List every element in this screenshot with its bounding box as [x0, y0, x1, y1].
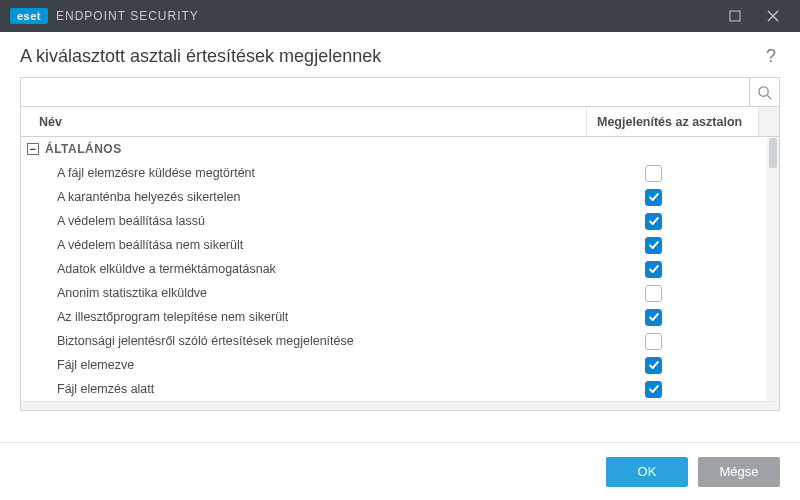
page-title: A kiválasztott asztali értesítések megje… — [20, 46, 762, 67]
scroll-thumb[interactable] — [769, 138, 777, 168]
table-row[interactable]: A fájl elemzésre küldése megtörtént — [21, 161, 779, 185]
ok-button[interactable]: OK — [606, 457, 688, 487]
desktop-checkbox[interactable] — [645, 309, 662, 326]
brand-text: ENDPOINT SECURITY — [56, 9, 199, 23]
svg-point-3 — [759, 86, 768, 95]
desktop-checkbox[interactable] — [645, 333, 662, 350]
minimize-icon — [729, 10, 741, 22]
dialog-header: A kiválasztott asztali értesítések megje… — [0, 32, 800, 77]
column-desktop[interactable]: Megjelenítés az asztalon — [587, 107, 759, 136]
search-bar — [20, 77, 780, 107]
minimize-button[interactable] — [716, 0, 754, 32]
row-label: A védelem beállítása nem sikerült — [21, 238, 595, 252]
table-row[interactable]: A védelem beállítása lassú — [21, 209, 779, 233]
close-button[interactable] — [754, 0, 792, 32]
row-label: Fájl elemezve — [21, 358, 595, 372]
column-name[interactable]: Név — [21, 107, 587, 136]
table-row[interactable]: A karanténba helyezés sikertelen — [21, 185, 779, 209]
close-icon — [767, 10, 779, 22]
desktop-checkbox[interactable] — [645, 189, 662, 206]
table-row[interactable]: Anonim statisztika elküldve — [21, 281, 779, 305]
desktop-checkbox[interactable] — [645, 357, 662, 374]
titlebar: eset ENDPOINT SECURITY — [0, 0, 800, 32]
row-label: Anonim statisztika elküldve — [21, 286, 595, 300]
group-label: ÁLTALÁNOS — [45, 142, 122, 156]
row-label: Az illesztőprogram telepítése nem sikerü… — [21, 310, 595, 324]
row-label: Adatok elküldve a terméktámogatásnak — [21, 262, 595, 276]
help-button[interactable]: ? — [762, 46, 780, 67]
dialog-footer: OK Mégse — [0, 442, 800, 500]
brand-badge: eset — [10, 8, 48, 24]
search-button[interactable] — [749, 78, 779, 106]
desktop-checkbox[interactable] — [645, 165, 662, 182]
scrollbar-head — [759, 107, 779, 136]
desktop-checkbox[interactable] — [645, 237, 662, 254]
table-row[interactable]: Fájl elemzés alatt — [21, 377, 779, 401]
table-row[interactable]: Az illesztőprogram telepítése nem sikerü… — [21, 305, 779, 329]
table-body: −ÁLTALÁNOSA fájl elemzésre küldése megtö… — [21, 137, 779, 401]
table-row[interactable]: Fájl elemezve — [21, 353, 779, 377]
row-label: A fájl elemzésre küldése megtörtént — [21, 166, 595, 180]
horizontal-scrollbar[interactable] — [20, 401, 780, 411]
collapse-icon[interactable]: − — [27, 143, 39, 155]
desktop-checkbox[interactable] — [645, 381, 662, 398]
svg-rect-0 — [730, 11, 740, 21]
notifications-table: Név Megjelenítés az asztalon −ÁLTALÁNOSA… — [20, 107, 780, 401]
desktop-checkbox[interactable] — [645, 213, 662, 230]
vertical-scrollbar[interactable] — [767, 137, 779, 401]
row-label: A karanténba helyezés sikertelen — [21, 190, 595, 204]
search-icon — [757, 85, 772, 100]
desktop-checkbox[interactable] — [645, 261, 662, 278]
svg-line-4 — [767, 95, 771, 99]
desktop-checkbox[interactable] — [645, 285, 662, 302]
table-row[interactable]: A védelem beállítása nem sikerült — [21, 233, 779, 257]
search-input[interactable] — [21, 78, 749, 106]
row-label: A védelem beállítása lassú — [21, 214, 595, 228]
table-row[interactable]: Adatok elküldve a terméktámogatásnak — [21, 257, 779, 281]
table-header: Név Megjelenítés az asztalon — [21, 107, 779, 137]
cancel-button[interactable]: Mégse — [698, 457, 780, 487]
table-row[interactable]: Biztonsági jelentésről szóló értesítések… — [21, 329, 779, 353]
row-label: Biztonsági jelentésről szóló értesítések… — [21, 334, 595, 348]
group-row-general[interactable]: −ÁLTALÁNOS — [21, 137, 779, 161]
row-label: Fájl elemzés alatt — [21, 382, 595, 396]
